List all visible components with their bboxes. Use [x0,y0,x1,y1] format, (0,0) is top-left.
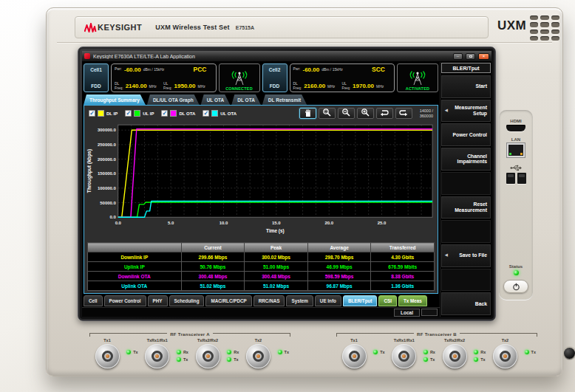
led-txrx1-rx1-rx: Rx [423,350,435,354]
usb-ports [506,173,526,184]
cell1-pwr-unit: dBm / 15kHz [143,67,165,72]
bottom-tab-power-control[interactable]: Power Control [104,295,146,306]
led-label: Tx [380,350,384,354]
antenna-icon [408,70,427,86]
tab-dl-ota[interactable]: DL OTA [231,94,261,105]
led-txrx2-rx2-rx: Rx [474,350,486,354]
maximize-button[interactable] [466,53,475,60]
led-stack: Tx [126,350,137,354]
led-txrx2-rx2-rx: Rx [227,350,239,354]
close-button[interactable]: × [478,53,489,60]
pan-hand-button[interactable] [299,108,316,119]
throughput-chart[interactable]: 0.050000.0100000.0150000.0200000.0250000… [84,121,438,242]
cell2-button[interactable]: Cell2 FDD [262,63,288,92]
cell1-ul-value: 1950.00 [174,83,196,89]
cell1-info-panel[interactable]: Pwr: -60.00 dBm / 15kHz PCC DL Freq: 214… [111,63,217,92]
cell2-info-panel[interactable]: Pwr: -60.00 dBm / 15kHz SCC DL Freq: 216… [290,63,395,92]
n-connector [246,344,271,368]
bottom-tab-ue-info[interactable]: UE Info [315,295,341,306]
table-header-row-label [88,243,182,252]
connector-bore [500,351,511,362]
bottom-tab-rrc-nas[interactable]: RRC/NAS [254,295,285,306]
led-label: Rx [430,350,435,354]
softkey-start[interactable]: Start [441,75,491,98]
tab-throughput-summary[interactable]: Throughput Summary [84,94,146,105]
bottom-tab-cell[interactable]: Cell [84,295,103,306]
bottom-tab-system[interactable]: System [286,295,313,306]
table-header-row: CurrentPeakAverageTransferred [88,243,435,252]
connector-txrx1-rx1: TxRx1/Rx1 [141,338,174,368]
led-txrx1-rx1-rx: Rx [177,350,188,354]
led-tx1-tx: Tx [126,350,137,354]
zoom-in-icon [361,107,370,120]
minimize-button[interactable]: – [453,53,463,60]
status-bar-segment [421,309,438,316]
zoom-next-button[interactable] [395,108,412,119]
legend-checkbox-ul-ip[interactable]: ✓ [125,110,132,117]
bottom-tab-bler-tput[interactable]: BLER/Tput [343,295,378,306]
softkey-measurement-setup[interactable]: ◀Measurement Setup [441,100,491,123]
led-label: Tx [133,350,137,354]
svg-text:5.0: 5.0 [168,221,174,225]
softkey-sidebar: BLER/Tput Start◀Measurement SetupPower C… [440,62,491,317]
connector-tx1: Tx1 [91,338,123,368]
table-header-current: Current [181,243,245,252]
tab-dl-retransmit[interactable]: DL Retransmit [262,94,307,105]
chart-legend: ✓DL IP✓UL IP✓DL OTA✓UL OTA [89,110,237,117]
chart-toolbar [299,108,412,119]
bottom-tab-csi[interactable]: CSI [378,295,397,306]
zoom-in-button[interactable] [357,108,374,119]
green-led [278,350,282,354]
softkey-reset-measurement[interactable]: Reset Measurement [441,196,491,219]
cell1-button[interactable]: Cell1 FDD [84,63,109,92]
led-label: Tx [531,350,536,354]
connector-pin [402,354,406,358]
softkey-back[interactable]: Back [441,292,491,315]
zoom-previous-button[interactable] [376,108,393,119]
table-header-transferred: Transferred [371,243,435,252]
connector-label: TxRx1/Rx1 [394,338,415,343]
bottom-tab-tx-meas[interactable]: Tx Meas [398,295,427,306]
led-label: Rx [480,350,486,354]
connector-pin [256,354,260,358]
cell-downlink-ip-average: 298.70 Mbps [307,252,371,262]
lcd-screen: Keysight E7630A LTE/LTE-A Lab Applicatio… [82,51,491,317]
power-button [503,280,528,293]
bottom-tab-scheduling[interactable]: Scheduling [169,295,205,306]
connector-bore [398,351,409,362]
legend-checkbox-dl-ip[interactable]: ✓ [89,110,95,117]
zoom-region-button[interactable] [319,108,336,119]
softkey-power-control[interactable]: Power Control [441,123,491,146]
sample-counter: 14000 / 360000 [420,109,433,118]
bottom-tab-phy[interactable]: PHY [148,295,168,306]
tab-dl-ul-ota-graph[interactable]: DL/UL OTA Graph [147,94,200,105]
green-led [177,350,181,354]
cell2-ul-label: UL Freq: [341,82,350,90]
rf-transceiver-b: RF Transceiver BTx1TxTxRx1/Rx1RxTxTxRx2/… [336,331,537,374]
softkey-channel-impairments[interactable]: Channel Impairments [441,148,491,171]
svg-text:10.0: 10.0 [220,221,228,225]
softkey-label: Save to File [459,252,487,258]
zoom-out-button[interactable] [338,108,355,119]
svg-text:Time (s): Time (s) [266,228,285,234]
n-connector [196,344,220,368]
model-label: UXM Wireless Test Set [155,24,229,31]
softkey-save-to-file[interactable]: ◀Save to File [441,244,491,267]
connector-txrx2-rx2: TxRx2/Rx2 [191,338,224,368]
n-connector [342,344,367,368]
legend-checkbox-dl-ota[interactable]: ✓ [161,110,168,117]
green-led [227,357,231,362]
cell-uplink-ip-peak: 51.00 Mbps [245,262,308,272]
bottom-tab-mac-rlc-pdcp[interactable]: MAC/RLC/PDCP [205,295,251,306]
connector-label: Tx1 [350,338,357,343]
connector-bore [349,351,360,362]
legend-checkbox-ul-ota[interactable]: ✓ [203,110,209,117]
tab-ul-ota[interactable]: UL OTA [201,94,231,105]
titlebar: Keysight E7630A LTE/LTE-A Lab Applicatio… [82,51,491,62]
cell1-duplex: FDD [91,83,101,89]
row-label-uplink-ota: Uplink OTA [88,281,182,291]
status-led-label: Status [509,264,523,269]
rf-connectors: Tx1TxTxRx1/Rx1RxTxTxRx2/Rx2RxTxTx2Tx [89,338,290,368]
led-tx2-tx: Tx [278,350,289,354]
softkey-label: Start [476,83,488,89]
